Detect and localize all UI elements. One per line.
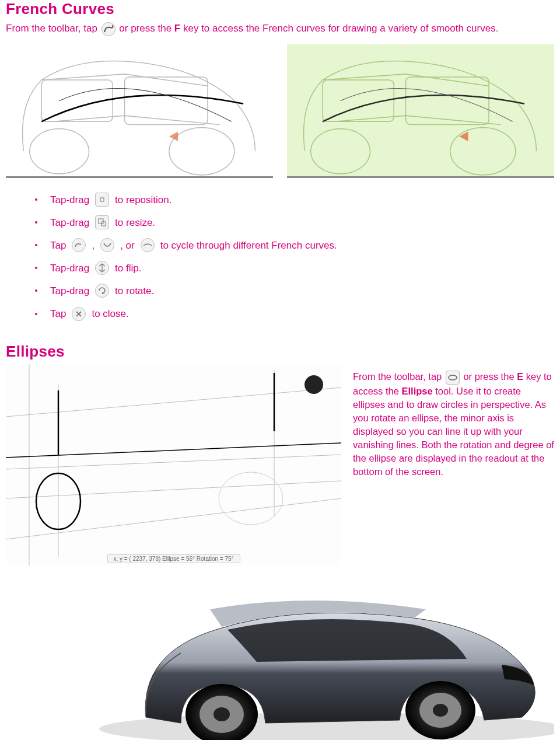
svg-point-28: [214, 707, 230, 721]
bullet-dot: [35, 244, 37, 246]
reposition-icon: [95, 193, 109, 207]
bullet-dot: [35, 313, 37, 315]
bullet-resize: Tap-drag to resize.: [35, 211, 554, 234]
bullet-text: to reposition.: [115, 189, 172, 211]
section-heading-ellipses: Ellipses: [6, 343, 554, 361]
intro-text-post: key to access the French curves for draw…: [183, 23, 498, 34]
french-curve-examples: [6, 44, 554, 178]
bullet-text: Tap: [50, 234, 66, 257]
svg-rect-9: [99, 219, 103, 224]
para-text: tool. Use it to create ellipses and to d…: [353, 386, 554, 477]
sketch-example-right: [287, 44, 554, 178]
cycle-icon-3: [141, 238, 155, 252]
french-curves-intro: From the toolbar, tap or press the F key…: [6, 22, 554, 36]
para-key-e: E: [517, 371, 523, 382]
svg-point-19: [304, 375, 323, 394]
close-icon: [72, 307, 86, 321]
bullet-dot: [35, 221, 37, 224]
bullet-text: to flip.: [115, 257, 141, 280]
svg-point-24: [449, 375, 457, 380]
ellipse-readout-1: x, y = ( 2237, 378) Ellipse = 56° Rotati…: [107, 554, 240, 563]
bullet-text: Tap-drag: [50, 189, 89, 211]
bullet-text: Tap: [50, 302, 66, 325]
ellipse-description: From the toolbar, tap or press the E key…: [353, 364, 554, 479]
sketch-example-left: [6, 44, 273, 178]
bullet-text: ,: [92, 234, 94, 257]
svg-line-14: [6, 498, 341, 539]
bullet-reposition: Tap-drag to reposition.: [35, 189, 554, 211]
bullet-text: to cycle through different French curves…: [160, 234, 337, 257]
bullet-close: Tap to close.: [35, 302, 554, 325]
section-heading-french-curves: French Curves: [6, 0, 554, 18]
bullet-rotate: Tap-drag to rotate.: [35, 280, 554, 302]
resize-icon: [95, 215, 109, 229]
bullet-dot: [35, 267, 37, 269]
bullet-text: to rotate.: [115, 280, 154, 302]
cycle-icon-1: [72, 238, 86, 252]
svg-line-12: [6, 455, 341, 469]
bullet-flip: Tap-drag to flip.: [35, 257, 554, 280]
intro-text-pre: From the toolbar, tap: [6, 23, 100, 34]
ellipse-example-figure: x, y = ( 2237, 378) Ellipse = 56° Rotati…: [6, 364, 341, 566]
bullet-text: Tap-drag: [50, 280, 89, 302]
intro-text-mid: or press the: [119, 23, 174, 34]
cycle-icon-2: [100, 238, 114, 252]
para-tool-name: Ellipse: [401, 386, 432, 396]
bullet-cycle: Tap , , or to cycle through different Fr…: [35, 234, 554, 257]
para-text: From the toolbar, tap: [353, 371, 444, 382]
svg-point-5: [450, 127, 516, 174]
svg-line-23: [6, 443, 341, 458]
intro-key-f: F: [174, 23, 180, 34]
svg-rect-8: [100, 198, 104, 201]
bullet-text: Tap-drag: [50, 211, 89, 234]
ellipse-tool-icon: [446, 371, 460, 385]
rotate-icon: [95, 284, 109, 298]
car-render-figure: x, y = ( 978, 542) Ellipse = 80° Rotatio…: [6, 583, 554, 740]
bullet-dot: [35, 198, 37, 201]
svg-point-31: [433, 704, 448, 717]
svg-line-13: [6, 481, 341, 498]
svg-point-0: [30, 128, 89, 173]
bullet-text: , or: [120, 234, 135, 257]
bullet-text: Tap-drag: [50, 257, 89, 280]
french-curve-bullets: Tap-drag to reposition. Tap-drag to resi…: [35, 189, 554, 326]
svg-point-4: [311, 128, 370, 173]
svg-point-18: [219, 472, 283, 525]
para-text: or press the: [463, 371, 517, 382]
flip-icon: [95, 261, 109, 275]
bullet-text: to close.: [92, 302, 128, 325]
svg-point-1: [169, 127, 235, 174]
svg-line-11: [6, 388, 341, 417]
bullet-text: to resize.: [115, 211, 155, 234]
french-curve-tool-icon: [102, 22, 116, 36]
bullet-dot: [35, 289, 37, 292]
